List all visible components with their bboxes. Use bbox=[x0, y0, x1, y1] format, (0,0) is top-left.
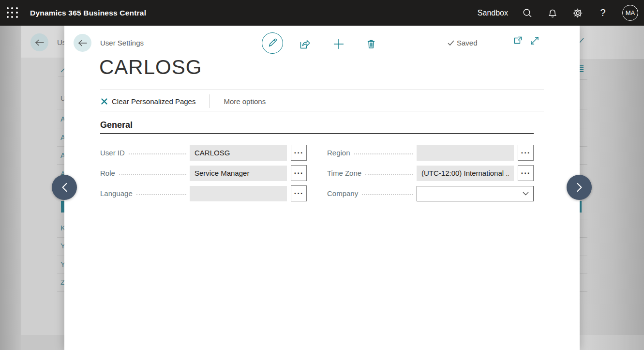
chevron-down-icon bbox=[523, 192, 529, 196]
app-title: Dynamics 365 Business Central bbox=[30, 9, 146, 17]
role-label: Role bbox=[100, 169, 119, 177]
more-options-button[interactable]: More options bbox=[224, 97, 266, 106]
chevron-right-icon bbox=[576, 183, 583, 192]
assist-edit-icon: ··· bbox=[294, 149, 304, 157]
general-section-heading[interactable]: General bbox=[100, 120, 133, 130]
top-navigation-bar: Dynamics 365 Business Central Sandbox ? … bbox=[0, 0, 644, 26]
language-assist-edit-button[interactable]: ··· bbox=[291, 185, 307, 201]
time-zone-input[interactable] bbox=[417, 166, 514, 181]
user-id-assist-edit-button[interactable]: ··· bbox=[291, 145, 307, 161]
region-field-row: Region ··· bbox=[327, 145, 534, 161]
language-field-row: Language ··· bbox=[100, 185, 307, 201]
user-id-input[interactable] bbox=[190, 145, 287, 161]
background-row-fragment: Y bbox=[60, 242, 64, 250]
general-section-underline bbox=[100, 133, 534, 134]
company-select[interactable] bbox=[417, 186, 534, 201]
background-row-fragment: A bbox=[60, 133, 64, 141]
assist-edit-icon: ··· bbox=[294, 189, 304, 198]
save-status-label: Saved bbox=[457, 39, 478, 47]
user-id-field-row: User ID ··· bbox=[100, 145, 307, 161]
clear-personalized-pages-label: Clear Personalized Pages bbox=[112, 97, 195, 106]
environment-label[interactable]: Sandbox bbox=[478, 9, 508, 17]
page-caption: User Settings bbox=[100, 39, 144, 47]
background-page-bottom bbox=[21, 335, 64, 350]
region-assist-edit-button[interactable]: ··· bbox=[518, 145, 534, 161]
background-row-fragment: A bbox=[60, 115, 64, 123]
delete-button[interactable] bbox=[363, 36, 379, 52]
background-edit-icon-fragment bbox=[60, 66, 64, 72]
open-in-new-window-button[interactable] bbox=[510, 33, 525, 48]
clear-x-icon bbox=[101, 98, 107, 105]
share-button[interactable] bbox=[297, 36, 313, 52]
plus-icon bbox=[333, 38, 344, 50]
assist-edit-icon: ··· bbox=[521, 169, 531, 177]
user-avatar[interactable]: MA bbox=[622, 5, 638, 21]
app-launcher-waffle-icon[interactable] bbox=[7, 7, 18, 19]
page-title: CARLOSG bbox=[99, 56, 202, 79]
background-row-fragment: K bbox=[60, 224, 64, 232]
user-id-label: User ID bbox=[100, 149, 129, 157]
region-input[interactable] bbox=[417, 145, 514, 161]
background-row-fragment: A bbox=[60, 151, 64, 159]
search-icon[interactable] bbox=[522, 7, 533, 19]
help-icon[interactable]: ? bbox=[597, 7, 609, 19]
notifications-bell-icon[interactable] bbox=[547, 7, 558, 19]
background-row-fragment: Z bbox=[60, 278, 64, 286]
assist-edit-icon: ··· bbox=[521, 149, 531, 157]
save-status: Saved bbox=[448, 39, 496, 47]
time-zone-field-row: Time Zone ··· bbox=[327, 165, 534, 181]
region-label: Region bbox=[327, 149, 354, 157]
background-back-button bbox=[30, 33, 48, 51]
action-bar: Clear Personalized Pages More options bbox=[101, 94, 266, 108]
assist-edit-icon: ··· bbox=[294, 169, 304, 177]
time-zone-assist-edit-button[interactable]: ··· bbox=[518, 165, 534, 181]
pencil-icon bbox=[267, 37, 278, 49]
language-input[interactable] bbox=[190, 186, 287, 201]
new-button[interactable] bbox=[331, 36, 346, 52]
back-button[interactable] bbox=[74, 34, 91, 52]
background-row-fragment: Y bbox=[60, 260, 64, 268]
chevron-left-icon bbox=[61, 183, 68, 192]
trash-icon bbox=[365, 38, 377, 50]
background-page-caption-fragment: Us bbox=[57, 38, 64, 46]
background-row-fragment: D bbox=[60, 206, 64, 214]
expand-arrows-icon bbox=[529, 35, 540, 46]
backdrop-left-shadow bbox=[0, 26, 21, 350]
action-bar-separator bbox=[210, 94, 210, 108]
settings-gear-icon[interactable] bbox=[572, 7, 584, 19]
previous-record-button[interactable] bbox=[52, 175, 77, 200]
language-label: Language bbox=[100, 189, 136, 198]
background-column-header-fragment: U bbox=[60, 94, 64, 102]
expand-button[interactable] bbox=[527, 33, 542, 48]
user-settings-card: User Settings Saved bbox=[64, 26, 580, 350]
share-icon bbox=[299, 38, 311, 50]
role-field-row: Role ··· bbox=[100, 165, 307, 181]
edit-button[interactable] bbox=[262, 32, 283, 54]
clear-personalized-pages-button[interactable]: Clear Personalized Pages bbox=[101, 97, 195, 106]
background-header-band bbox=[580, 26, 644, 59]
company-field-row: Company bbox=[327, 185, 534, 201]
background-page-bottom bbox=[580, 335, 644, 350]
role-assist-edit-button[interactable]: ··· bbox=[291, 165, 307, 181]
background-selected-row-highlight bbox=[580, 201, 582, 213]
background-expand-icon-fragment bbox=[580, 36, 584, 42]
company-label: Company bbox=[327, 189, 362, 198]
background-list-icon-fragment bbox=[580, 65, 584, 73]
next-record-button[interactable] bbox=[567, 175, 592, 200]
time-zone-label: Time Zone bbox=[327, 169, 365, 177]
popout-icon bbox=[512, 35, 524, 46]
check-icon bbox=[448, 40, 454, 46]
role-input[interactable] bbox=[190, 166, 287, 181]
